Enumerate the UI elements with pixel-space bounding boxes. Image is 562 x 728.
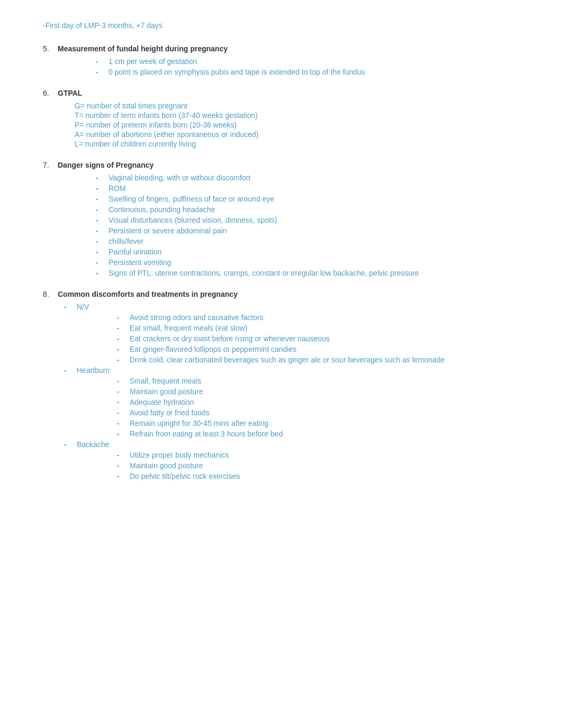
bullet-text: Persistent vomiting xyxy=(108,258,519,267)
list-item: - Utilize proper body mechanics xyxy=(117,451,519,459)
bullet-dash: - xyxy=(96,174,106,182)
heartburn-subitems: - Small, frequent meals - Maintain good … xyxy=(43,377,519,438)
gtpal-l: L= number of children currently living xyxy=(75,140,519,148)
section-5-title: Measurement of fundal height during preg… xyxy=(58,44,228,53)
bullet-dash: - xyxy=(117,334,128,343)
bullet-dash: - xyxy=(96,184,106,193)
gtpal-p: P= number of preterm infants born (20-36… xyxy=(75,121,519,129)
bullet-dash: - xyxy=(117,345,128,353)
list-item: - Refrain from eating at least 3 hours b… xyxy=(117,430,519,438)
list-item: - Maintain good posture xyxy=(117,461,519,470)
backache-subitems: - Utilize proper body mechanics - Mainta… xyxy=(43,451,519,480)
bullet-text: Eat crackers or dry toast before rising … xyxy=(130,334,519,343)
bullet-dash: - xyxy=(96,248,106,256)
bullet-text: Continuous, pounding headache xyxy=(108,205,519,214)
list-item: - Maintain good posture xyxy=(117,387,519,396)
section-7: 7. Danger signs of Pregnancy - Vaginal b… xyxy=(43,161,519,277)
bullet-text: Maintain good posture xyxy=(130,387,519,396)
section-8-number: 8. xyxy=(43,290,58,298)
discomfort-heartburn: - Heartburn xyxy=(43,366,519,375)
bullet-dash: - xyxy=(117,430,128,438)
section-6-title: GTPAL xyxy=(58,89,82,97)
list-item: - Swelling of fingers, puffiness of face… xyxy=(96,195,519,203)
bullet-text: Small, frequent meals xyxy=(130,377,519,385)
list-item: - Adequate hydration xyxy=(117,398,519,406)
bullet-dash: - xyxy=(117,408,128,417)
bullet-dash: - xyxy=(96,216,106,224)
list-item: - Small, frequent meals xyxy=(117,377,519,385)
bullet-text: Eat ginger-flavored lollipops or pepperm… xyxy=(130,345,519,353)
discomfort-nv-label: N/V xyxy=(77,303,89,311)
section-6-number: 6. xyxy=(43,89,58,97)
bullet-text: 1 cm per week of gestation xyxy=(108,57,519,66)
bullet-text: Adequate hydration xyxy=(130,398,519,406)
bullet-dash: - xyxy=(96,258,106,267)
bullet-dash: - xyxy=(96,195,106,203)
list-item: - ROM xyxy=(96,184,519,193)
bullet-dash: - xyxy=(64,303,75,311)
bullet-text: Painful urination xyxy=(108,248,519,256)
bullet-dash: - xyxy=(117,461,128,470)
list-item: - Persistent vomiting xyxy=(96,258,519,267)
bullet-text: chills/fever xyxy=(108,237,519,245)
section-8: 8. Common discomforts and treatments in … xyxy=(43,290,519,480)
list-item: - Eat crackers or dry toast before risin… xyxy=(117,334,519,343)
bullet-dash: - xyxy=(117,472,128,480)
bullet-text: Persistent or severe abdominal pain xyxy=(108,226,519,235)
bullet-text: Swelling of fingers, puffiness of face o… xyxy=(108,195,519,203)
list-item: - Eat small, frequent meals (eat slow) xyxy=(117,324,519,332)
bullet-text: Eat small, frequent meals (eat slow) xyxy=(130,324,519,332)
bullet-text: Avoid fatty or fried foods xyxy=(130,408,519,417)
nv-subitems: - Avoid strong odors and causative facto… xyxy=(43,313,519,364)
bullet-text: 0 point is placed on symphysis pubis and… xyxy=(108,68,519,76)
list-item: - Avoid strong odors and causative facto… xyxy=(117,313,519,322)
list-item: - Persistent or severe abdominal pain xyxy=(96,226,519,235)
bullet-dash: - xyxy=(96,226,106,235)
discomfort-heartburn-label: Heartburn xyxy=(77,366,110,375)
bullet-dash: - xyxy=(117,356,128,364)
section-6: 6. GTPAL G= number of total times pregna… xyxy=(43,89,519,148)
bullet-text: Maintain good posture xyxy=(130,461,519,470)
bullet-dash: - xyxy=(96,205,106,214)
bullet-dash: - xyxy=(96,57,106,66)
section-5: 5. Measurement of fundal height during p… xyxy=(43,44,519,76)
bullet-dash: - xyxy=(64,366,75,375)
bullet-dash: - xyxy=(117,398,128,406)
bullet-dash: - xyxy=(117,377,128,385)
bullet-text: Drink cold, clear carbonated beverages s… xyxy=(130,356,519,364)
section-7-bullets: - Vaginal bleeding, with or without disc… xyxy=(43,174,519,277)
gtpal-block: G= number of total times pregnant T= num… xyxy=(43,102,519,148)
bullet-text: Vaginal bleeding, with or without discom… xyxy=(108,174,519,182)
bullet-text: ROM xyxy=(108,184,519,193)
list-item: - chills/fever xyxy=(96,237,519,245)
list-item: - Continuous, pounding headache xyxy=(96,205,519,214)
list-item: - Remain upright for 30-45 mins after ea… xyxy=(117,419,519,427)
list-item: - Drink cold, clear carbonated beverages… xyxy=(117,356,519,364)
bullet-dash: - xyxy=(117,451,128,459)
bullet-dash: - xyxy=(64,440,75,449)
list-item: - Painful urination xyxy=(96,248,519,256)
bullet-text: Do pelvic tilt/pelvic rock exercises xyxy=(130,472,519,480)
bullet-text: Signs of PTL: uterine contractions, cram… xyxy=(108,269,519,277)
bullet-dash: - xyxy=(117,313,128,322)
bullet-text: Visual disturbances (blurred vision, dim… xyxy=(108,216,519,224)
section-8-title: Common discomforts and treatments in pre… xyxy=(58,290,238,298)
list-item: - 0 point is placed on symphysis pubis a… xyxy=(96,68,519,76)
bullet-text: Avoid strong odors and causative factors xyxy=(130,313,519,322)
list-item: - Signs of PTL: uterine contractions, cr… xyxy=(96,269,519,277)
bullet-text: Refrain from eating at least 3 hours bef… xyxy=(130,430,519,438)
bullet-text: Utilize proper body mechanics xyxy=(130,451,519,459)
list-item: - Avoid fatty or fried foods xyxy=(117,408,519,417)
gtpal-a: A= number of abortions (either spontaneo… xyxy=(75,130,519,139)
list-item: - Vaginal bleeding, with or without disc… xyxy=(96,174,519,182)
list-item: - Do pelvic tilt/pelvic rock exercises xyxy=(117,472,519,480)
page-content: -First day of LMP-3 months, +7 days 5. M… xyxy=(43,21,519,480)
list-item: - Eat ginger-flavored lollipops or peppe… xyxy=(117,345,519,353)
bullet-text: Remain upright for 30-45 mins after eati… xyxy=(130,419,519,427)
bullet-dash: - xyxy=(117,387,128,396)
intro-line: -First day of LMP-3 months, +7 days xyxy=(43,21,519,30)
bullet-dash: - xyxy=(96,269,106,277)
bullet-dash: - xyxy=(117,324,128,332)
bullet-dash: - xyxy=(96,237,106,245)
bullet-dash: - xyxy=(117,419,128,427)
